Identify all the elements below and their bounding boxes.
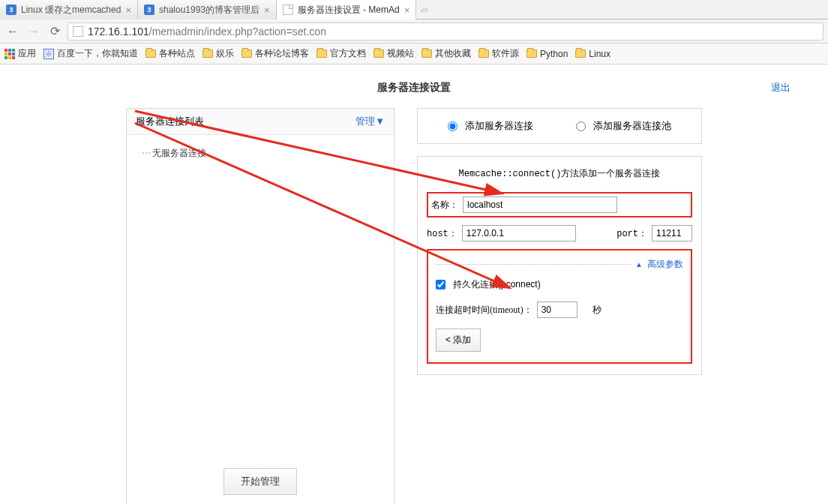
bookmark-label: 软件源 <box>492 47 519 60</box>
empty-server-list: 无服务器连接 <box>142 148 206 158</box>
bookmark-label: Linux <box>589 49 610 59</box>
url-text: 172.16.1.101/memadmin/index.php?action=s… <box>88 26 326 38</box>
bookmark-label: 百度一下，你就知道 <box>57 47 138 60</box>
port-label: port： <box>616 227 647 240</box>
page-icon <box>283 4 293 15</box>
url-input[interactable]: 172.16.1.101/memadmin/index.php?action=s… <box>68 22 824 40</box>
apps-label: 应用 <box>18 47 36 60</box>
server-list-title: 服务器连接列表 <box>136 115 204 128</box>
divider <box>436 264 631 265</box>
bookmark-label: 各种站点 <box>159 47 195 60</box>
back-button[interactable]: ← <box>4 23 21 40</box>
page-title: 服务器连接设置 <box>0 81 828 94</box>
folder-icon <box>374 50 384 58</box>
connection-form-box: Memcache::connect()方法添加一个服务器连接 名称： host：… <box>417 156 702 375</box>
radio-add-server-input[interactable] <box>448 122 458 131</box>
radio-add-server[interactable]: 添加服务器连接 <box>448 119 533 133</box>
name-input[interactable] <box>463 196 617 213</box>
bookmark-label: 娱乐 <box>216 47 234 60</box>
tab-title: 服务器连接设置 - MemAd <box>298 4 400 16</box>
bookmark-label: 其他收藏 <box>435 47 471 60</box>
favicon-icon: 3 <box>6 4 16 15</box>
browser-tab-strip: 3 Linux 缓存之memcached × 3 shalou1993的博客管理… <box>0 0 828 20</box>
page-content: 服务器连接设置 退出 服务器连接列表 管理▼ 无服务器连接 开始管理 添加服务器… <box>0 64 828 504</box>
bookmark-label: 各种论坛博客 <box>255 47 309 60</box>
pconnect-row: 持久化连接(pconnect) <box>436 278 683 291</box>
radio-add-pool[interactable]: 添加服务器连接池 <box>576 119 671 133</box>
folder-icon <box>575 50 586 58</box>
bookmark-folder[interactable]: Linux <box>575 49 610 59</box>
close-tab-icon[interactable]: × <box>125 4 131 16</box>
host-port-row: host： port： <box>427 225 692 242</box>
server-list-header: 服务器连接列表 管理▼ <box>127 109 394 135</box>
browser-tab[interactable]: 3 shalou1993的博客管理后 × <box>138 0 277 20</box>
folder-icon <box>202 50 213 58</box>
server-list-body: 无服务器连接 <box>127 135 394 458</box>
timeout-row: 连接超时时间(timeout)： 秒 <box>436 302 683 318</box>
advanced-link[interactable]: 高级参数 <box>647 258 683 271</box>
server-list-panel: 服务器连接列表 管理▼ 无服务器连接 开始管理 <box>126 108 394 504</box>
forward-button[interactable]: → <box>26 23 42 40</box>
bookmark-folder[interactable]: 各种论坛博客 <box>242 47 309 60</box>
bookmark-folder[interactable]: 官方文档 <box>316 47 366 60</box>
highlight-advanced-block: ▲ 高级参数 持久化连接(pconnect) 连接超时时间(timeout)： … <box>427 249 692 364</box>
method-title: Memcache::connect()方法添加一个服务器连接 <box>427 167 692 180</box>
baidu-icon: 崇 <box>44 49 54 59</box>
pconnect-checkbox[interactable] <box>436 280 446 290</box>
bookmark-folder[interactable]: 软件源 <box>478 47 519 60</box>
bookmark-folder[interactable]: 各种站点 <box>146 47 195 60</box>
bookmark-label: Python <box>540 49 568 59</box>
folder-icon <box>146 50 156 58</box>
highlight-name-row: 名称： <box>427 192 692 218</box>
radio-add-pool-label: 添加服务器连接池 <box>593 119 671 133</box>
host-input[interactable] <box>462 225 576 242</box>
radio-add-server-label: 添加服务器连接 <box>465 119 533 133</box>
name-label: 名称： <box>431 199 458 212</box>
apps-button[interactable]: 应用 <box>4 47 36 60</box>
folder-icon <box>316 50 327 58</box>
server-form-column: 添加服务器连接 添加服务器连接池 Memcache::connect()方法添加… <box>417 108 702 504</box>
start-manage-button[interactable]: 开始管理 <box>224 468 297 495</box>
browser-tab[interactable]: 3 Linux 缓存之memcached × <box>0 0 138 20</box>
bookmark-folder[interactable]: Python <box>526 49 568 59</box>
tab-title: shalou1993的博客管理后 <box>159 4 260 16</box>
triangle-up-icon: ▲ <box>635 260 643 268</box>
bookmark-label: 官方文档 <box>330 47 366 60</box>
server-list-footer: 开始管理 <box>127 458 394 504</box>
folder-icon <box>242 50 252 58</box>
exit-link[interactable]: 退出 <box>771 81 790 94</box>
folder-icon <box>478 50 489 58</box>
bookmark-bar: 应用 崇 百度一下，你就知道 各种站点 娱乐 各种论坛博客 官方文档 视频站 其… <box>0 44 828 64</box>
host-label: host： <box>427 227 458 240</box>
page-icon <box>73 26 83 37</box>
timeout-unit: 秒 <box>592 304 602 316</box>
radio-add-pool-input[interactable] <box>576 122 586 131</box>
address-bar: ← → ⟳ 172.16.1.101/memadmin/index.php?ac… <box>0 20 828 44</box>
new-tab-button[interactable]: ▱ <box>416 0 431 19</box>
bookmark-label: 视频站 <box>387 47 414 60</box>
bookmark-folder[interactable]: 视频站 <box>374 47 414 60</box>
add-button[interactable]: < 添加 <box>436 328 481 352</box>
bookmark-folder[interactable]: 娱乐 <box>202 47 234 60</box>
connection-type-box: 添加服务器连接 添加服务器连接池 <box>417 108 702 144</box>
manage-dropdown[interactable]: 管理▼ <box>356 115 385 128</box>
timeout-label: 连接超时时间(timeout)： <box>436 304 532 316</box>
folder-icon <box>526 50 537 58</box>
apps-icon <box>4 49 15 59</box>
port-input[interactable] <box>652 225 692 242</box>
advanced-toggle[interactable]: ▲ 高级参数 <box>436 258 683 271</box>
close-tab-icon[interactable]: × <box>404 4 410 16</box>
reload-button[interactable]: ⟳ <box>46 23 63 40</box>
folder-icon <box>422 50 432 58</box>
browser-tab-active[interactable]: 服务器连接设置 - MemAd × <box>277 0 417 20</box>
pconnect-label: 持久化连接(pconnect) <box>453 278 541 291</box>
favicon-icon: 3 <box>144 4 154 15</box>
bookmark-folder[interactable]: 其他收藏 <box>422 47 471 60</box>
bookmark-item[interactable]: 崇 百度一下，你就知道 <box>44 47 138 60</box>
close-tab-icon[interactable]: × <box>264 4 270 16</box>
tab-title: Linux 缓存之memcached <box>21 4 121 16</box>
timeout-input[interactable] <box>537 302 578 318</box>
